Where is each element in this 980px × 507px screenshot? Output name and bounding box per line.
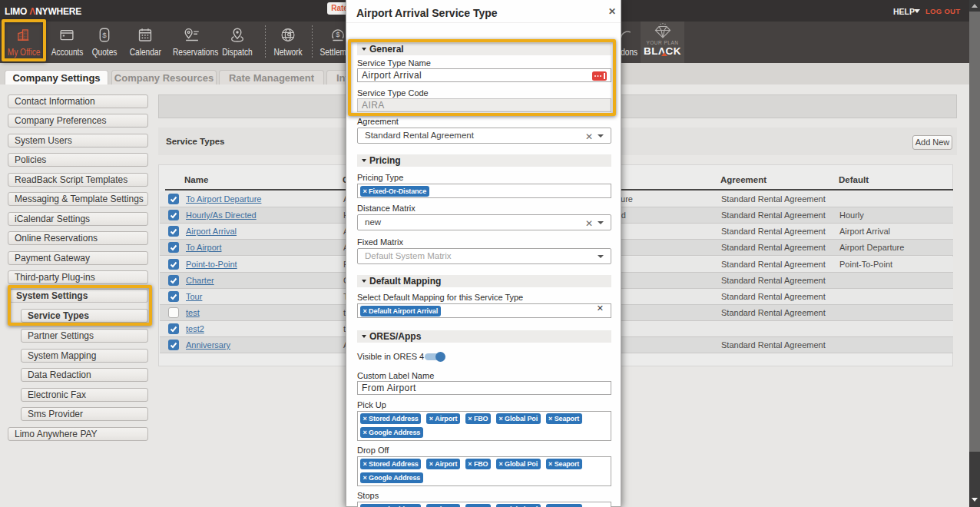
svg-text:$: $ <box>102 31 107 39</box>
svg-text:$: $ <box>336 30 340 38</box>
